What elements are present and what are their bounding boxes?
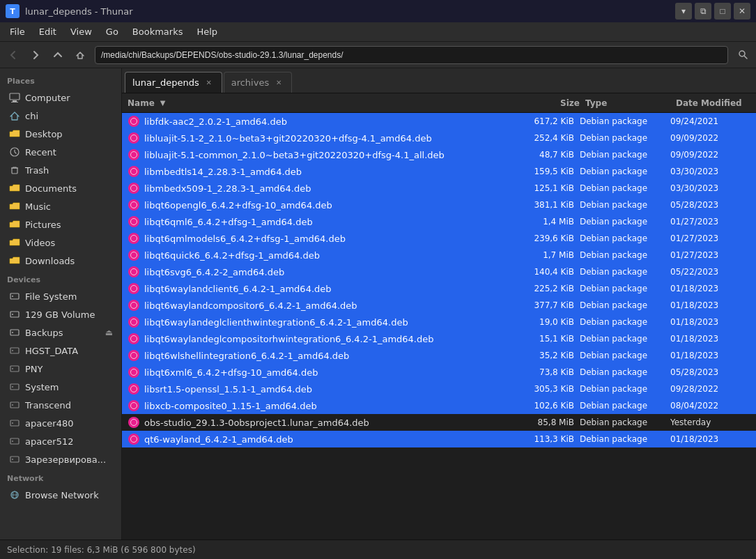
file-name: libqt6qmlmodels6_6.4.2+dfsg-1_amd64.deb [144,233,517,244]
menu-help[interactable]: Help [190,24,224,40]
table-row[interactable]: libqt6svg6_6.4.2-2_amd64.deb 140,4 KiB D… [122,263,756,280]
trash-icon [8,164,21,176]
table-row[interactable]: libfdk-aac2_2.0.2-1_amd64.deb 617,2 KiB … [122,113,756,130]
menu-bookmarks[interactable]: Bookmarks [125,24,190,40]
sidebar-item-reserved[interactable]: Зарезервирова... [3,450,118,468]
file-name: libqt6waylandcompositor6_6.4.2-1_amd64.d… [144,300,517,311]
sidebar: Places Computer chi Desktop Recent [0,68,122,539]
table-row[interactable]: libqt6qml6_6.4.2+dfsg-1_amd64.deb 1,4 Mi… [122,213,756,230]
sidebar-item-desktop-label: Desktop [25,129,63,139]
table-row[interactable]: libqt6waylandclient6_6.4.2-1_amd64.deb 2… [122,280,756,297]
table-row[interactable]: libqt6waylandeglcompositorhwintegration6… [122,330,756,347]
tab-archives-label: archives [231,77,270,88]
col-header-date[interactable]: Date Modified [673,98,753,108]
menu-edit[interactable]: Edit [32,24,63,40]
file-type: Debian package [580,200,670,210]
sidebar-item-transcend[interactable]: Transcend [3,396,118,414]
deb-package-icon [128,333,139,344]
table-row[interactable]: qt6-wayland_6.4.2-1_amd64.deb 113,3 KiB … [122,431,756,447]
sidebar-item-downloads[interactable]: Downloads [3,252,118,270]
menu-file[interactable]: File [3,24,32,40]
svg-point-23 [12,422,13,424]
sidebar-item-apacer512[interactable]: apacer512 [3,432,118,450]
sidebar-item-videos[interactable]: Videos [3,233,118,252]
file-type-icon [128,232,140,245]
sidebar-item-backups[interactable]: Backups ⏏ [3,323,118,342]
sidebar-item-computer-label: Computer [25,93,70,103]
sidebar-item-browse-network[interactable]: Browse Network [3,486,118,504]
tab-archives-close[interactable]: ✕ [273,77,284,89]
table-row[interactable]: obs-studio_29.1.3-0obsproject1.lunar_amd… [122,414,756,431]
sidebar-item-filesystem[interactable]: File System [3,287,118,305]
menu-go[interactable]: Go [99,24,125,40]
col-header-name[interactable]: Name ▼ [125,98,520,108]
sidebar-item-apacer480[interactable]: apacer480 [3,414,118,432]
table-row[interactable]: libxcb-composite0_1.15-1_amd64.deb 102,6… [122,397,756,414]
table-row[interactable]: libqt6opengl6_6.4.2+dfsg-10_amd64.deb 38… [122,197,756,213]
sidebar-item-downloads-label: Downloads [25,256,75,266]
sidebar-item-documents[interactable]: Documents [3,179,118,197]
col-header-size[interactable]: Size [520,98,583,108]
sidebar-item-chi[interactable]: chi [3,107,118,125]
apacer512-icon [8,435,21,447]
sidebar-item-hgst[interactable]: HGST_DATA [3,342,118,360]
sidebar-item-apacer512-label: apacer512 [25,436,74,447]
sidebar-item-recent[interactable]: Recent [3,143,118,161]
sidebar-item-transcend-label: Transcend [25,400,71,411]
svg-rect-18 [10,384,19,390]
sidebar-item-trash[interactable]: Trash [3,161,118,179]
videos-folder-icon [8,236,21,249]
sidebar-item-music[interactable]: Music [3,197,118,215]
address-bar[interactable] [95,46,728,64]
file-type-icon [128,115,140,128]
eject-backups-button[interactable]: ⏏ [105,328,113,337]
tab-archives[interactable]: archives ✕ [224,72,293,93]
svg-rect-12 [10,330,19,335]
sidebar-item-129gb[interactable]: 129 GB Volume [3,305,118,323]
sidebar-item-desktop[interactable]: Desktop [3,125,118,143]
svg-rect-14 [10,348,19,353]
table-row[interactable]: libqt6xml6_6.4.2+dfsg-10_amd64.deb 73,8 … [122,364,756,381]
sidebar-item-system[interactable]: System [3,378,118,396]
sidebar-item-computer[interactable]: Computer [3,89,118,107]
home-button[interactable] [70,45,91,65]
table-row[interactable]: libqt6waylandeglclienthwintegration6_6.4… [122,314,756,330]
back-button[interactable] [3,45,24,65]
search-button[interactable] [732,45,753,65]
sidebar-item-documents-label: Documents [25,183,77,194]
file-type-icon [128,316,140,328]
forward-button[interactable] [25,45,46,65]
sidebar-item-pictures[interactable]: Pictures [3,215,118,233]
sidebar-item-pny[interactable]: PNY [3,360,118,378]
table-row[interactable]: libqt6quick6_6.4.2+dfsg-1_amd64.deb 1,7 … [122,247,756,263]
file-type-icon [128,383,140,395]
documents-folder-icon [8,182,21,194]
table-row[interactable]: libluajit-5.1-2_2.1.0~beta3+git20220320+… [122,130,756,146]
table-row[interactable]: libqt6wlshellintegration6_6.4.2-1_amd64.… [122,347,756,364]
up-button[interactable] [47,45,68,65]
home-icon [8,109,21,122]
file-type-icon [128,399,140,412]
minimize-button[interactable]: ▾ [675,3,692,20]
tab-lunar-depends-close[interactable]: ✕ [203,77,215,89]
file-type-icon [128,165,140,178]
file-name: libxcb-composite0_1.15-1_amd64.deb [144,401,517,411]
file-type-icon [128,182,140,194]
file-size: 305,3 KiB [517,384,580,394]
maximize-button[interactable]: □ [714,3,731,20]
table-row[interactable]: libqt6waylandcompositor6_6.4.2-1_amd64.d… [122,297,756,314]
col-header-type[interactable]: Type [583,98,673,108]
file-date: 03/30/2023 [670,183,750,193]
table-row[interactable]: libluajit-5.1-common_2.1.0~beta3+git2022… [122,146,756,163]
menu-view[interactable]: View [63,24,99,40]
table-row[interactable]: libmbedtls14_2.28.3-1_amd64.deb 159,5 Ki… [122,163,756,180]
restore-button[interactable]: ⧉ [695,3,711,20]
table-row[interactable]: libsrt1.5-openssl_1.5.1-1_amd64.deb 305,… [122,381,756,397]
deb-package-icon [128,300,139,311]
table-row[interactable]: libmbedx509-1_2.28.3-1_amd64.deb 125,1 K… [122,180,756,197]
tab-lunar-depends[interactable]: lunar_depends ✕ [125,72,222,93]
close-button[interactable]: ✕ [734,3,750,20]
file-size: 125,1 KiB [517,183,580,193]
table-row[interactable]: libqt6qmlmodels6_6.4.2+dfsg-1_amd64.deb … [122,230,756,247]
file-size: 15,1 KiB [517,334,580,344]
